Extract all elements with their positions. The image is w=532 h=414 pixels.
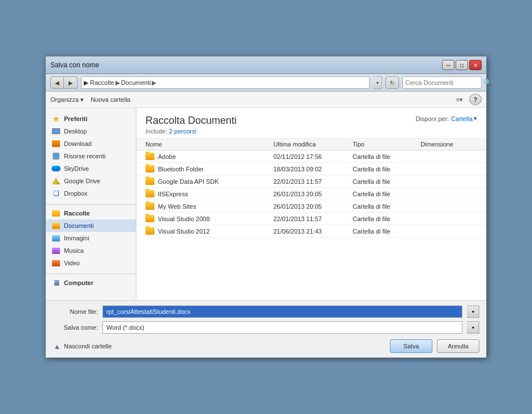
file-date: 22/01/2013 11:57	[273, 178, 353, 185]
search-input[interactable]	[405, 79, 483, 86]
table-row[interactable]: Google Data API SDK 22/01/2013 11:57 Car…	[136, 175, 486, 188]
sidebar-item-recenti[interactable]: Risorse recenti	[46, 150, 136, 162]
folder-icon	[145, 202, 155, 210]
folder-icon	[145, 178, 155, 185]
sidebar-item-gdrive[interactable]: Google Drive	[46, 175, 136, 187]
table-row[interactable]: Bluetooth Folder 18/03/2013 09:02 Cartel…	[136, 163, 486, 175]
nome-file-label: Nome file:	[53, 308, 98, 315]
file-name: Visual Studio 2012	[145, 227, 273, 235]
new-folder-label: Nuova cartella	[91, 96, 130, 103]
col-dimensione[interactable]: Dimensione	[421, 141, 477, 148]
nome-file-input[interactable]	[102, 305, 462, 318]
sidebar-item-preferiti: ★ Preferiti	[46, 113, 136, 125]
download-label: Download	[64, 140, 92, 147]
sidebar-section-preferiti: ★ Preferiti Desktop Download Risorse rec…	[46, 113, 136, 200]
sidebar-section-computer: 🖥 Computer	[46, 277, 136, 289]
maximize-button[interactable]: □	[456, 60, 468, 70]
disponi-value-btn[interactable]: Cartella ▾	[451, 115, 477, 122]
immagini-icon	[52, 234, 61, 243]
action-bar: Organizza ▾ Nuova cartella ≡ ▾ ?	[46, 92, 486, 108]
main-panel: Raccolta Documenti Include: 2 percorsi D…	[136, 108, 486, 300]
address-bar[interactable]: ▶ Raccolte ▶ Documenti ▶	[81, 76, 370, 89]
table-row[interactable]: My Web Sites 26/01/2013 20:05 Cartella d…	[136, 200, 486, 213]
sidebar-item-musica[interactable]: Musica	[46, 244, 136, 257]
organize-button[interactable]: Organizza ▾	[50, 96, 84, 104]
minimize-button[interactable]: ─	[442, 60, 454, 70]
sidebar-item-desktop[interactable]: Desktop	[46, 125, 136, 137]
sidebar-item-download[interactable]: Download	[46, 137, 136, 150]
save-button[interactable]: Salva	[390, 339, 432, 353]
musica-label: Musica	[64, 247, 84, 254]
file-type: Cartella di file	[353, 153, 421, 160]
table-row[interactable]: Visual Studio 2012 21/06/2013 21:43 Cart…	[136, 225, 486, 238]
star-icon: ★	[52, 114, 61, 123]
sidebar-item-immagini[interactable]: Immagini	[46, 232, 136, 244]
help-button[interactable]: ?	[469, 94, 482, 105]
disponi-label: Disponi per:	[415, 115, 449, 122]
address-dropdown[interactable]: ▾	[373, 76, 382, 89]
close-button[interactable]: ✕	[469, 60, 482, 70]
gdrive-label: Google Drive	[64, 178, 100, 184]
cancel-button[interactable]: Annulla	[437, 339, 479, 353]
documenti-label: Documenti	[64, 222, 94, 229]
nav-buttons: ◀ ▶	[50, 76, 78, 89]
hide-folders-button[interactable]: ▲ Nascondi cartelle	[53, 342, 111, 351]
file-name: Bluetooth Folder	[145, 165, 273, 172]
col-ultima-modifica[interactable]: Ultima modifica	[273, 141, 353, 148]
hide-folders-icon: ▲	[53, 342, 62, 351]
recenti-label: Risorse recenti	[64, 153, 105, 159]
file-name: IISExpress	[145, 190, 273, 197]
bottom-area: Nome file: ▾ Salva come: ▾ ▲ Nascondi ca…	[46, 300, 486, 357]
col-tipo[interactable]: Tipo	[353, 141, 421, 148]
raccolte-label: Raccolte	[64, 210, 90, 217]
sidebar-item-video[interactable]: Video	[46, 257, 136, 269]
refresh-button[interactable]: ↻	[385, 76, 399, 89]
sidebar-item-dropbox[interactable]: ❑ Dropbox	[46, 187, 136, 200]
raccolte-icon	[52, 209, 61, 218]
table-row[interactable]: Visual Studio 2008 22/01/2013 11:57 Cart…	[136, 213, 486, 225]
action-left: Organizza ▾ Nuova cartella	[50, 96, 130, 104]
folder-icon	[145, 227, 155, 235]
table-row[interactable]: IISExpress 26/01/2013 20:05 Cartella di …	[136, 188, 486, 200]
sidebar-item-documenti[interactable]: Documenti	[46, 219, 136, 232]
file-date: 02/11/2012 17:56	[273, 153, 353, 160]
nome-file-row: Nome file: ▾	[53, 305, 479, 318]
sidebar-item-skydrive[interactable]: SkyDrive	[46, 162, 136, 175]
main-header: Raccolta Documenti Include: 2 percorsi D…	[136, 108, 486, 139]
salva-come-dropdown[interactable]: ▾	[467, 321, 479, 334]
search-icon[interactable]: 🔍	[483, 79, 492, 87]
dialog-title: Salva con nome	[50, 61, 99, 69]
nome-file-dropdown[interactable]: ▾	[467, 305, 479, 318]
file-type: Cartella di file	[353, 228, 421, 235]
salva-come-row: Salva come: ▾	[53, 321, 479, 334]
col-nome[interactable]: Nome	[145, 141, 273, 148]
gdrive-icon	[52, 176, 61, 186]
forward-button[interactable]: ▶	[64, 76, 78, 89]
file-date: 22/01/2013 11:57	[273, 215, 353, 222]
file-rows-container: Adobe 02/11/2012 17:56 Cartella di file …	[136, 150, 486, 238]
search-bar[interactable]: 🔍	[402, 76, 482, 89]
file-type: Cartella di file	[353, 215, 421, 222]
action-buttons: Salva Annulla	[390, 339, 479, 353]
include-label: Include:	[145, 128, 168, 135]
salva-come-input[interactable]	[102, 321, 462, 334]
file-fields: Nome file: ▾ Salva come: ▾	[53, 305, 479, 334]
disponi-arrow: ▾	[474, 115, 477, 122]
back-button[interactable]: ◀	[50, 76, 64, 89]
folder-icon	[145, 165, 155, 172]
paths-link[interactable]: 2 percorsi	[169, 128, 196, 135]
view-button[interactable]: ≡ ▾	[453, 94, 466, 105]
toolbar: ◀ ▶ ▶ Raccolte ▶ Documenti ▶ ▾ ↻ 🔍	[46, 74, 486, 92]
address-sep: ▶	[115, 79, 120, 87]
file-type: Cartella di file	[353, 178, 421, 185]
video-icon	[52, 258, 61, 268]
computer-label: Computer	[64, 279, 93, 286]
recent-icon	[52, 152, 61, 161]
table-row[interactable]: Adobe 02/11/2012 17:56 Cartella di file	[136, 150, 486, 163]
file-list-header: Nome Ultima modifica Tipo Dimensione	[136, 139, 486, 150]
dropbox-icon: ❑	[52, 189, 61, 198]
save-dialog: Salva con nome ─ □ ✕ ◀ ▶ ▶ Raccolte ▶ Do…	[45, 56, 487, 358]
new-folder-button[interactable]: Nuova cartella	[91, 96, 130, 103]
documenti-icon	[52, 221, 61, 230]
musica-icon	[52, 246, 61, 255]
